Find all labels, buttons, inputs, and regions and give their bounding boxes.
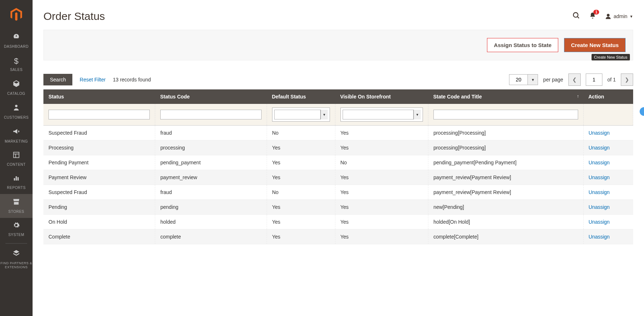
filter-default-select[interactable]: ▼	[272, 108, 330, 122]
chevron-down-icon: ▼	[630, 14, 633, 18]
unassign-link[interactable]: Unassign	[589, 130, 610, 136]
user-menu[interactable]: admin ▼	[605, 13, 633, 20]
filter-visible-select[interactable]: ▼	[340, 108, 423, 122]
chevron-down-icon[interactable]: ▼	[321, 110, 328, 119]
cell-default: Yes	[267, 215, 335, 229]
assign-status-button[interactable]: Assign Status to State	[487, 38, 558, 52]
nav-system[interactable]: SYSTEM	[0, 218, 33, 241]
cell-visible: Yes	[335, 185, 428, 200]
nav-label: CATALOG	[7, 92, 25, 96]
cell-state: processing[Processing]	[428, 126, 583, 140]
filter-state-input[interactable]	[433, 110, 578, 119]
notification-bell-icon[interactable]: 1	[589, 12, 596, 21]
page-header: Order Status 1 admin ▼	[43, 0, 633, 30]
col-header-code[interactable]: Status Code	[155, 89, 267, 104]
col-header-action: Action	[583, 89, 633, 104]
table-row[interactable]: ProcessingprocessingYesYesprocessing[Pro…	[43, 140, 633, 155]
cell-status: Pending	[43, 200, 155, 215]
nav-customers[interactable]: CUSTOMERS	[0, 100, 33, 124]
per-page-label: per page	[543, 77, 563, 83]
user-icon	[605, 13, 611, 20]
store-icon	[0, 198, 33, 208]
cell-code: pending_payment	[155, 155, 267, 170]
col-header-state[interactable]: State Code and Title	[428, 89, 583, 104]
col-header-default[interactable]: Default Status	[267, 89, 335, 104]
cell-state: processing[Processing]	[428, 140, 583, 155]
create-status-button[interactable]: Create New Status	[564, 38, 626, 52]
nav-reports[interactable]: REPORTS	[0, 171, 33, 194]
table-row[interactable]: On HoldholdedYesYesholded[On Hold]Unassi…	[43, 215, 633, 229]
cell-status: Suspected Fraud	[43, 185, 155, 200]
table-row[interactable]: CompletecompleteYesYescomplete[Complete]…	[43, 229, 633, 244]
per-page-input[interactable]	[509, 75, 528, 85]
cell-code: fraud	[155, 185, 267, 200]
nav-partners[interactable]: FIND PARTNERS & EXTENSIONS	[0, 246, 33, 274]
cell-status: Processing	[43, 140, 155, 155]
magento-logo-icon[interactable]	[9, 7, 24, 22]
filter-status-input[interactable]	[48, 110, 150, 119]
cell-state: complete[Complete]	[428, 229, 583, 244]
cell-default: No	[267, 126, 335, 140]
page-input[interactable]	[586, 73, 602, 86]
per-page-selector[interactable]: ▼	[509, 74, 538, 85]
table-row[interactable]: Suspected FraudfraudNoYespayment_review[…	[43, 185, 633, 200]
user-name: admin	[614, 13, 627, 19]
layout-icon	[0, 151, 33, 161]
cell-code: pending	[155, 200, 267, 215]
nav-stores[interactable]: STORES	[0, 194, 33, 218]
table-row[interactable]: PendingpendingYesYesnew[Pending]Unassign	[43, 200, 633, 215]
filter-code-input[interactable]	[160, 110, 262, 119]
box-icon	[0, 80, 33, 90]
col-header-status[interactable]: Status	[43, 89, 155, 104]
unassign-link[interactable]: Unassign	[589, 204, 610, 210]
cell-visible: Yes	[335, 215, 428, 229]
nav-catalog[interactable]: CATALOG	[0, 76, 33, 100]
cell-status: Pending Payment	[43, 155, 155, 170]
nav-label: CONTENT	[7, 163, 26, 167]
unassign-link[interactable]: Unassign	[589, 234, 610, 240]
cell-state: payment_review[Payment Review]	[428, 185, 583, 200]
svg-rect-6	[17, 177, 18, 181]
cell-state: new[Pending]	[428, 200, 583, 215]
page-total: of 1	[607, 77, 616, 83]
cell-status: Suspected Fraud	[43, 126, 155, 140]
dashboard-icon	[0, 33, 33, 43]
svg-rect-4	[14, 178, 15, 181]
nav-label: STORES	[8, 210, 24, 214]
col-header-visible[interactable]: Visible On Storefront	[335, 89, 428, 104]
per-page-dropdown-icon[interactable]: ▼	[528, 75, 538, 85]
search-icon[interactable]	[572, 12, 580, 21]
unassign-link[interactable]: Unassign	[589, 189, 610, 195]
table-row[interactable]: Pending Paymentpending_paymentYesNopendi…	[43, 155, 633, 170]
unassign-link[interactable]: Unassign	[589, 145, 610, 151]
nav-label: FIND PARTNERS & EXTENSIONS	[0, 261, 33, 269]
nav-content[interactable]: CONTENT	[0, 148, 33, 171]
filter-row: ▼ ▼	[43, 104, 633, 126]
nav-label: CUSTOMERS	[4, 115, 29, 119]
cell-status: Complete	[43, 229, 155, 244]
next-page-button[interactable]: ❯	[621, 73, 633, 86]
nav-dashboard[interactable]: DASHBOARD	[0, 29, 33, 53]
chevron-down-icon[interactable]: ▼	[414, 110, 421, 119]
search-button[interactable]: Search	[43, 74, 72, 85]
svg-rect-5	[16, 176, 17, 181]
nav-label: REPORTS	[7, 186, 26, 190]
nav-label: SYSTEM	[8, 233, 24, 237]
gear-icon	[0, 222, 33, 231]
unassign-link[interactable]: Unassign	[589, 174, 610, 180]
header-actions: 1 admin ▼	[572, 12, 633, 21]
nav-sales[interactable]: $ SALES	[0, 53, 33, 76]
reset-filter-link[interactable]: Reset Filter	[80, 77, 106, 83]
unassign-link[interactable]: Unassign	[589, 219, 610, 225]
prev-page-button[interactable]: ❮	[568, 73, 581, 86]
cell-status: Payment Review	[43, 170, 155, 185]
unassign-link[interactable]: Unassign	[589, 160, 610, 165]
table-row[interactable]: Payment Reviewpayment_reviewYesYespaymen…	[43, 170, 633, 185]
sidebar: DASHBOARD $ SALES CATALOG CUSTOMERS MARK…	[0, 0, 33, 316]
cell-state: holded[On Hold]	[428, 215, 583, 229]
table-row[interactable]: Suspected FraudfraudNoYesprocessing[Proc…	[43, 126, 633, 140]
svg-rect-1	[14, 152, 19, 158]
nav-label: DASHBOARD	[4, 45, 29, 49]
person-icon	[0, 104, 33, 114]
nav-marketing[interactable]: MARKETING	[0, 124, 33, 148]
